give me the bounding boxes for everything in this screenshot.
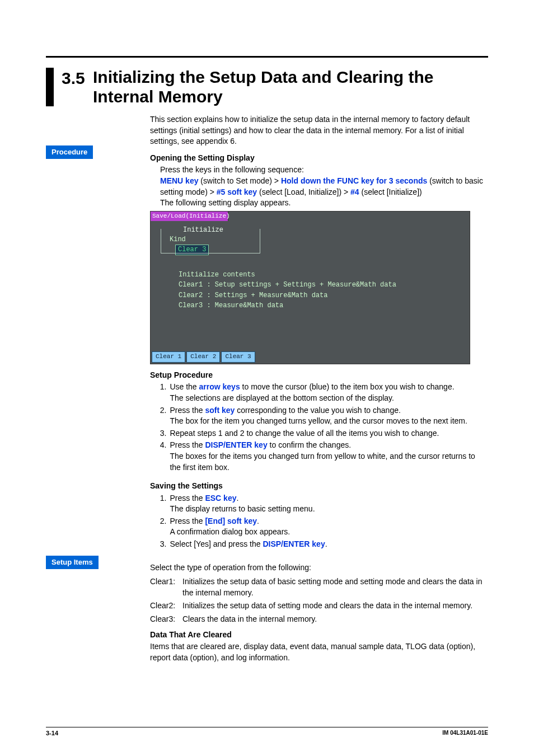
setup-items-label: Setup Items bbox=[46, 556, 99, 569]
seq-text-3: (select [Load, Initialize]) > bbox=[257, 187, 350, 196]
arrow-keys-ref: arrow keys bbox=[199, 382, 240, 391]
data-cleared-heading: Data That Are Cleared bbox=[150, 630, 488, 641]
section-number: 3.5 bbox=[62, 68, 93, 88]
sv-step-1: Press the ESC key. The display returns t… bbox=[168, 493, 488, 515]
end-softkey-ref: [End] soft key bbox=[205, 516, 257, 525]
sv-step-3: Select [Yes] and press the DISP/ENTER ke… bbox=[168, 539, 488, 550]
ss-btn-clear2: Clear 2 bbox=[186, 351, 220, 362]
ss-softkey-bar: Clear 1 Clear 2 Clear 3 bbox=[151, 351, 255, 362]
intro-paragraph: This section explains how to initialize … bbox=[150, 114, 488, 147]
setup-items-intro: Select the type of operation from the fo… bbox=[150, 562, 488, 574]
heading-bar bbox=[46, 68, 54, 106]
ss-row1: Clear1 : Setup settings + Settings + Mea… bbox=[179, 280, 442, 290]
page-number: 3-14 bbox=[46, 730, 58, 736]
clear1-desc: Initializes the setup data of basic sett… bbox=[182, 576, 488, 598]
opening-sequence: MENU key (switch to Set mode) > Hold dow… bbox=[160, 176, 488, 198]
seq-text-1: (switch to Set mode) > bbox=[198, 176, 280, 185]
setup-procedure-list: Use the arrow keys to move the cursor (b… bbox=[160, 382, 488, 473]
softkey4-ref: #4 bbox=[350, 187, 359, 196]
disp-enter-ref-2: DISP/ENTER key bbox=[263, 539, 325, 548]
device-screenshot: Save/Load(Initialize) Initialize Kind Cl… bbox=[150, 211, 470, 364]
ss-btn-clear1: Clear 1 bbox=[152, 351, 185, 362]
saving-list: Press the ESC key. The display returns t… bbox=[160, 493, 488, 550]
opening-line3: The following setting display appears. bbox=[160, 198, 488, 209]
clear1-term: Clear1: bbox=[150, 576, 182, 598]
clear3-term: Clear3: bbox=[150, 614, 182, 625]
clear-definitions: Clear1:Initializes the setup data of bas… bbox=[150, 576, 488, 624]
ss-row3: Clear3 : Measure&Math data bbox=[179, 300, 442, 311]
sp-step-2: Press the soft key corresponding to the … bbox=[168, 405, 488, 427]
sp-step-4-sub: The boxes for the items you changed turn… bbox=[170, 451, 488, 473]
clear2-desc: Initializes the setup data of setting mo… bbox=[182, 600, 488, 612]
ss-contents-title: Initialize contents bbox=[179, 270, 442, 280]
ss-btn-clear3: Clear 3 bbox=[221, 351, 255, 362]
sv-step-1-sub: The display returns to basic setting men… bbox=[170, 504, 488, 515]
sp-step-2-sub: The box for the item you changed turns y… bbox=[170, 416, 488, 427]
opening-heading: Opening the Setting Display bbox=[150, 153, 488, 164]
clear2-term: Clear2: bbox=[150, 600, 182, 612]
sp-step-3: Repeat steps 1 and 2 to change the value… bbox=[168, 428, 488, 439]
data-cleared-body: Items that are cleared are, display data… bbox=[150, 641, 488, 663]
sv-step-2: Press the [End] soft key. A confirmation… bbox=[168, 516, 488, 538]
setup-procedure-heading: Setup Procedure bbox=[150, 370, 488, 381]
ss-titlebar: Save/Load(Initialize) bbox=[151, 212, 228, 221]
sp-step-1-sub: The selections are displayed at the bott… bbox=[170, 393, 488, 404]
menu-key-ref: MENU key bbox=[160, 176, 198, 185]
ss-contents: Initialize contents Clear1 : Setup setti… bbox=[179, 270, 442, 311]
sv-step-2-sub: A confirmation dialog box appears. bbox=[170, 527, 488, 538]
doc-id: IM 04L31A01-01E bbox=[442, 730, 488, 736]
clear3-desc: Clears the data in the internal memory. bbox=[182, 614, 488, 625]
ss-row2: Clear2 : Settings + Measure&Math data bbox=[179, 290, 442, 301]
page-footer: 3-14 IM 04L31A01-01E bbox=[46, 727, 488, 736]
seq-text-4: (select [Initialize]) bbox=[359, 187, 422, 196]
sp-step-4: Press the DISP/ENTER key to confirm the … bbox=[168, 440, 488, 473]
section-title: Initializing the Setup Data and Clearing… bbox=[93, 68, 488, 106]
soft-key-ref: soft key bbox=[205, 406, 235, 415]
func-key-ref: Hold down the FUNC key for 3 seconds bbox=[281, 176, 427, 185]
sp-step-1: Use the arrow keys to move the cursor (b… bbox=[168, 382, 488, 403]
disp-enter-ref: DISP/ENTER key bbox=[205, 440, 267, 449]
softkey5-ref: #5 soft key bbox=[217, 187, 257, 196]
esc-key-ref: ESC key bbox=[205, 494, 236, 503]
ss-group-border bbox=[161, 229, 260, 253]
section-heading: 3.5 Initializing the Setup Data and Clea… bbox=[46, 56, 488, 106]
procedure-label: Procedure bbox=[46, 145, 93, 159]
opening-line1: Press the keys in the following sequence… bbox=[160, 165, 488, 176]
saving-heading: Saving the Settings bbox=[150, 481, 488, 492]
